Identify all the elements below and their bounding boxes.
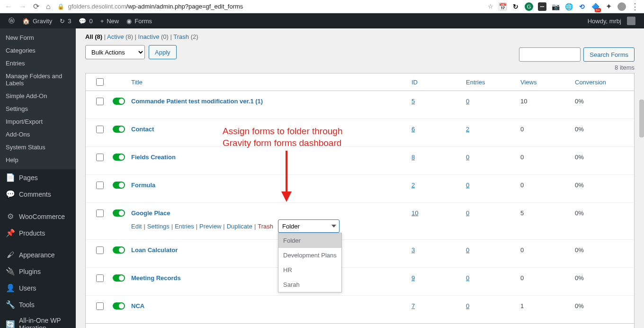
search-button[interactable]: Search Forms	[583, 47, 635, 62]
row-checkbox[interactable]	[96, 182, 104, 189]
ext-dots-icon[interactable]: •••	[538, 2, 546, 11]
folder-option[interactable]: HR	[278, 263, 341, 277]
status-toggle[interactable]	[113, 246, 125, 254]
row-checkbox[interactable]	[96, 246, 104, 254]
submenu-help[interactable]: Help	[0, 154, 76, 166]
header-entries[interactable]: Entries	[466, 79, 485, 86]
form-id-link[interactable]: 5	[411, 98, 415, 105]
bulk-action-select[interactable]: Bulk Actions	[85, 45, 145, 59]
action-settings[interactable]: Settings	[147, 223, 170, 230]
entries-link[interactable]: 2	[466, 126, 469, 133]
entries-link[interactable]: 0	[466, 154, 469, 161]
action-entries[interactable]: Entries	[175, 223, 194, 230]
form-id-link[interactable]: 2	[411, 182, 415, 189]
ext-grammarly-icon[interactable]: G	[525, 2, 533, 11]
reload-icon[interactable]: ⟳	[33, 2, 39, 11]
header-views[interactable]: Views	[520, 79, 537, 86]
menu-appearance[interactable]: 🖌Appearance	[0, 247, 76, 263]
ext-globe-icon[interactable]: 🌐	[564, 2, 573, 11]
ext-cal-icon[interactable]: 📅	[498, 2, 507, 11]
home-icon[interactable]: ⌂	[46, 2, 51, 11]
star-icon[interactable]: ☆	[488, 3, 493, 10]
forms-link[interactable]: ◉Forms	[123, 13, 156, 28]
new-content[interactable]: +New	[97, 13, 123, 28]
ext-badge-icon[interactable]: 🔷9+	[591, 2, 599, 11]
action-edit[interactable]: Edit	[131, 223, 142, 230]
address-bar[interactable]: 🔒 gfolders.desolint.com/wp-admin/admin.p…	[57, 3, 481, 10]
header-id[interactable]: ID	[411, 79, 418, 86]
form-title-link[interactable]: Fields Creation	[131, 154, 176, 161]
form-title-link[interactable]: Google Place	[131, 210, 170, 217]
form-id-link[interactable]: 3	[411, 246, 415, 254]
form-title-link[interactable]: Meeting Records	[131, 274, 181, 282]
updates[interactable]: ↻3	[56, 13, 75, 28]
form-id-link[interactable]: 9	[411, 274, 415, 282]
wp-logo[interactable]: ⓦ	[5, 13, 18, 28]
header-conversion[interactable]: Conversion	[575, 79, 606, 86]
menu-tools[interactable]: 🔧Tools	[0, 296, 76, 313]
submenu-manage-folders[interactable]: Manage Folders and Labels	[0, 70, 76, 90]
form-id-link[interactable]: 8	[411, 154, 415, 161]
scrollbar[interactable]	[639, 100, 644, 137]
status-toggle[interactable]	[113, 210, 125, 217]
filter-inactive[interactable]: Inactive	[138, 33, 160, 40]
entries-link[interactable]: 0	[466, 246, 469, 254]
submenu-addons[interactable]: Add-Ons	[0, 128, 76, 141]
status-toggle[interactable]	[113, 302, 125, 310]
header-title[interactable]: Title	[131, 79, 143, 86]
form-id-link[interactable]: 7	[411, 302, 415, 310]
form-id-link[interactable]: 10	[411, 210, 418, 217]
entries-link[interactable]: 0	[466, 98, 469, 105]
row-checkbox[interactable]	[96, 126, 104, 133]
action-trash[interactable]: Trash	[258, 223, 273, 230]
form-title-link[interactable]: Commande Patient test modification ver.1…	[131, 98, 263, 105]
entries-link[interactable]: 0	[466, 210, 469, 217]
folder-select[interactable]: Folder	[278, 219, 340, 233]
select-all-checkbox[interactable]	[96, 78, 104, 86]
row-checkbox[interactable]	[96, 210, 104, 217]
status-toggle[interactable]	[113, 182, 125, 189]
menu-products[interactable]: 📌Products	[0, 225, 76, 241]
entries-link[interactable]: 0	[466, 302, 469, 310]
form-title-link[interactable]: Loan Calculator	[131, 246, 178, 254]
menu-comments[interactable]: 💬Comments	[0, 186, 76, 202]
action-preview[interactable]: Preview	[199, 223, 221, 230]
profile-avatar-icon[interactable]	[617, 2, 626, 11]
site-name[interactable]: 🏠Gravity	[18, 13, 56, 28]
entries-link[interactable]: 0	[466, 182, 469, 189]
filter-trash[interactable]: Trash	[173, 33, 189, 40]
submenu-entries[interactable]: Entries	[0, 57, 76, 70]
entries-link[interactable]: 0	[466, 274, 469, 282]
row-checkbox[interactable]	[96, 302, 104, 310]
submenu-new-form[interactable]: New Form	[0, 31, 76, 44]
ext-puzzle-icon[interactable]: ✦	[604, 2, 613, 11]
submenu-categories[interactable]: Categories	[0, 44, 76, 57]
form-title-link[interactable]: Contact	[131, 126, 154, 133]
forward-icon[interactable]: →	[19, 2, 27, 11]
folder-option[interactable]: Sarah	[278, 277, 341, 292]
user-greeting[interactable]: Howdy, mrbj	[584, 13, 639, 28]
status-toggle[interactable]	[113, 98, 125, 105]
status-toggle[interactable]	[113, 154, 125, 161]
status-toggle[interactable]	[113, 126, 125, 133]
browser-menu-icon[interactable]: ⋮	[631, 1, 639, 12]
submenu-simple-addon[interactable]: Simple Add-On	[0, 90, 76, 102]
form-title-link[interactable]: NCA	[131, 302, 144, 310]
action-duplicate[interactable]: Duplicate	[227, 223, 252, 230]
menu-all-in-one-wp-migration[interactable]: 🔄All-in-One WP Migration	[0, 313, 76, 328]
menu-plugins[interactable]: 🔌Plugins	[0, 263, 76, 280]
menu-woocommerce[interactable]: ⚙WooCommerce	[0, 208, 76, 225]
row-checkbox[interactable]	[96, 98, 104, 105]
status-toggle[interactable]	[113, 274, 125, 282]
ext-camera-icon[interactable]: 📷	[551, 2, 560, 11]
search-input[interactable]	[519, 47, 581, 62]
filter-all[interactable]: All (8)	[85, 33, 102, 40]
menu-pages[interactable]: 📄Pages	[0, 169, 76, 186]
bulk-apply-button[interactable]: Apply	[149, 45, 177, 59]
submenu-system-status[interactable]: System Status	[0, 141, 76, 154]
folder-option[interactable]: Folder	[278, 233, 341, 248]
form-id-link[interactable]: 6	[411, 126, 415, 133]
row-checkbox[interactable]	[96, 274, 104, 282]
folder-option[interactable]: Development Plans	[278, 248, 341, 263]
submenu-settings[interactable]: Settings	[0, 102, 76, 115]
